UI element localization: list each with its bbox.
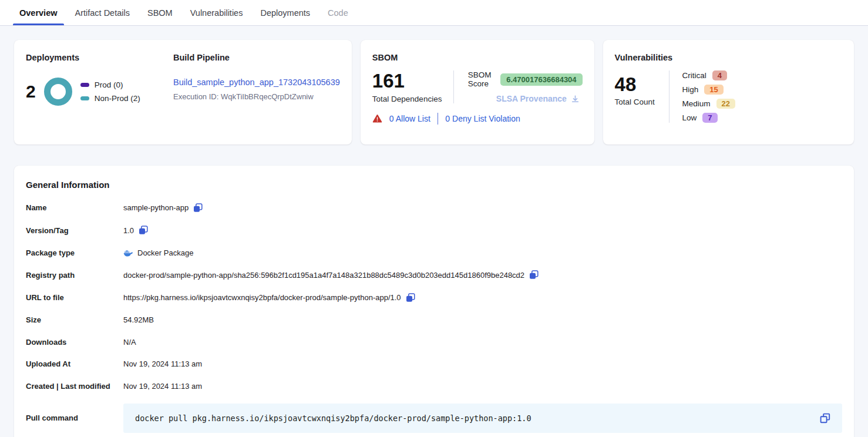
severity-high-label: High [682, 85, 699, 94]
tab-bar: Overview Artifact Details SBOM Vulnerabi… [0, 0, 868, 26]
deployments-card: Deployments 2 Prod (0) Non-Prod (2) Buil… [14, 40, 352, 144]
tab-overview[interactable]: Overview [13, 0, 64, 25]
row-uploaded-at-label: Uploaded At [26, 359, 123, 368]
row-registry-path-value: docker-prod/sample-python-app/sha256:596… [123, 271, 524, 280]
severity-medium-label: Medium [682, 99, 711, 108]
severity-row-low: Low 7 [682, 113, 735, 123]
download-icon[interactable] [571, 95, 580, 103]
sbom-total-dependencies-count: 161 [372, 70, 453, 92]
copy-icon[interactable] [529, 270, 539, 280]
sbom-score-label: SBOM Score [468, 70, 496, 88]
row-size-value: 54.92MB [123, 315, 154, 324]
tab-deployments[interactable]: Deployments [254, 0, 317, 25]
docker-icon [123, 249, 133, 257]
general-information-card: General Information Name sample-python-a… [14, 166, 854, 437]
severity-critical-badge: 4 [712, 70, 727, 80]
vulnerabilities-total-label: Total Count [615, 98, 669, 106]
legend-item-prod: Prod (0) [80, 80, 140, 89]
row-url-to-file: URL to file https://pkg.harness.io/ikpsj… [26, 293, 842, 302]
row-url-to-file-label: URL to file [26, 293, 123, 302]
severity-row-medium: Medium 22 [682, 99, 735, 109]
tab-artifact-details[interactable]: Artifact Details [69, 0, 136, 25]
severity-row-critical: Critical 4 [682, 70, 735, 80]
deployments-total-count: 2 [26, 82, 36, 102]
copy-icon[interactable] [193, 203, 203, 213]
sbom-card-title: SBOM [372, 53, 583, 62]
copy-outline-icon[interactable] [820, 413, 830, 423]
row-name-label: Name [26, 203, 123, 212]
vulnerabilities-total-count: 48 [615, 74, 669, 95]
row-pull-command: Pull command docker pull pkg.harness.io/… [26, 404, 842, 433]
severity-critical-label: Critical [682, 71, 706, 80]
deny-list-violation-link[interactable]: 0 Deny List Violation [445, 114, 520, 123]
sbom-score-badge: 6.470017636684304 [500, 73, 582, 86]
row-uploaded-at-value: Nov 19, 2024 11:13 am [123, 359, 202, 368]
row-package-type-label: Package type [26, 248, 123, 257]
row-uploaded-at: Uploaded At Nov 19, 2024 11:13 am [26, 359, 842, 368]
severity-high-badge: 15 [704, 85, 723, 95]
nonprod-legend-swatch [80, 96, 89, 100]
deployments-card-title: Deployments [26, 53, 152, 62]
row-created-last-modified: Created | Last modified Nov 19, 2024 11:… [26, 382, 842, 391]
row-name: Name sample-python-app [26, 203, 842, 213]
prod-legend-swatch [80, 83, 89, 87]
row-size: Size 54.92MB [26, 315, 842, 324]
severity-list: Critical 4 High 15 Medium 22 Low 7 [669, 70, 735, 123]
sbom-card: SBOM 161 Total Dependencies SBOM Score 6… [361, 40, 594, 144]
row-package-type-value: Docker Package [137, 248, 193, 257]
row-downloads-value: N/A [123, 338, 136, 347]
sbom-total-dependencies-label: Total Dependencies [372, 95, 453, 103]
row-registry-path-label: Registry path [26, 271, 123, 280]
row-version-tag: Version/Tag 1.0 [26, 226, 842, 235]
vulnerabilities-card-title: Vulnerabilities [615, 53, 842, 62]
severity-row-high: High 15 [682, 85, 735, 95]
allow-deny-divider [438, 113, 439, 125]
row-created-last-modified-value: Nov 19, 2024 11:13 am [123, 382, 202, 391]
slsa-provenance-link[interactable]: SLSA Provenance [496, 94, 567, 103]
warning-icon [372, 114, 382, 123]
row-pull-command-label: Pull command [26, 414, 123, 422]
severity-medium-badge: 22 [716, 99, 735, 109]
nonprod-legend-label: Non-Prod (2) [95, 94, 140, 103]
severity-low-badge: 7 [702, 113, 717, 123]
copy-icon[interactable] [406, 293, 415, 302]
pull-command-text: docker pull pkg.harness.io/ikpsjoavtcwxn… [135, 414, 820, 423]
vulnerabilities-card: Vulnerabilities 48 Total Count Critical … [603, 40, 854, 144]
row-version-tag-value: 1.0 [123, 226, 134, 235]
row-size-label: Size [26, 315, 123, 324]
general-information-title: General Information [26, 180, 842, 190]
pull-command-box: docker pull pkg.harness.io/ikpsjoavtcwxn… [123, 404, 842, 433]
prod-legend-label: Prod (0) [95, 80, 123, 89]
deployments-legend: Prod (0) Non-Prod (2) [80, 80, 140, 103]
execution-id-text: Execution ID: WqkTiIbBRqecQrpDtZwniw [173, 92, 340, 101]
build-pipeline-link[interactable]: Build_sample_python_app_1732043105639 [173, 78, 340, 87]
row-created-last-modified-label: Created | Last modified [26, 382, 123, 391]
row-version-tag-label: Version/Tag [26, 226, 123, 235]
row-downloads-label: Downloads [26, 338, 123, 347]
row-package-type: Package type Docker Package [26, 248, 842, 257]
tab-sbom[interactable]: SBOM [141, 0, 179, 25]
allow-list-link[interactable]: 0 Allow List [389, 114, 430, 123]
row-downloads: Downloads N/A [26, 338, 842, 347]
build-pipeline-title: Build Pipeline [173, 53, 340, 62]
legend-item-nonprod: Non-Prod (2) [80, 94, 140, 103]
deployments-donut-chart [44, 78, 72, 106]
row-url-to-file-value: https://pkg.harness.io/ikpsjoavtcwxnqisy… [123, 293, 401, 302]
severity-low-label: Low [682, 113, 697, 122]
tab-vulnerabilities[interactable]: Vulnerabilities [184, 0, 250, 25]
row-registry-path: Registry path docker-prod/sample-python-… [26, 270, 842, 280]
copy-icon[interactable] [139, 226, 148, 235]
row-name-value: sample-python-app [123, 203, 189, 212]
tab-code: Code [321, 0, 355, 25]
summary-cards-row: Deployments 2 Prod (0) Non-Prod (2) Buil… [0, 26, 868, 152]
